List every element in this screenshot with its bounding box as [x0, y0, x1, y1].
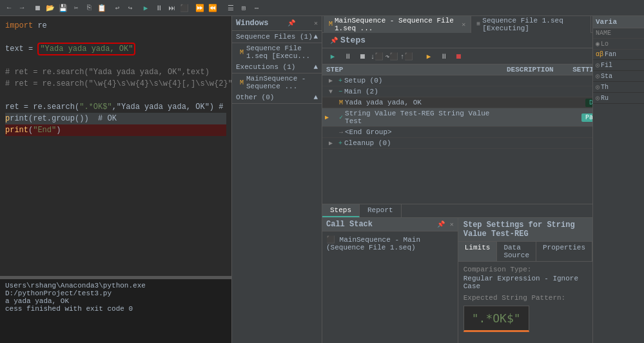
- steps-pause2[interactable]: ⏸: [437, 50, 450, 62]
- steps-step-over[interactable]: ↷⬛: [385, 50, 398, 62]
- tab-seq-close[interactable]: ✕: [462, 21, 465, 28]
- call-stack-header: Call Stack 📌 ✕: [322, 218, 458, 231]
- steps-pin[interactable]: 📌: [330, 37, 338, 44]
- toolbar-more2[interactable]: ⏪: [207, 2, 219, 14]
- step-setup[interactable]: ▶ + Setup (0): [322, 75, 592, 86]
- tab-seq-executing[interactable]: ≡ Sequence File 1.seq [Executing]: [471, 16, 591, 33]
- steps-run-main[interactable]: ▶: [422, 50, 435, 62]
- variables-header: Varia: [593, 16, 644, 28]
- steps-container: 📌 Steps ▶ ⏸ ⏹ ↓⬛ ↷⬛ ↑⬛ ▶ ⏸ ⏹ STE: [322, 33, 592, 217]
- step-main[interactable]: ▼ − Main (2): [322, 86, 592, 97]
- toolbar-pause[interactable]: ⏸: [153, 2, 164, 14]
- steps-list: ▶ + Setup (0) ▼ − Main (2): [322, 75, 592, 204]
- windows-title: Windows: [236, 19, 268, 28]
- step-main-name-cell: ▼ − Main (2): [326, 88, 507, 95]
- seq-file-icon: M: [240, 49, 244, 56]
- other-expand[interactable]: ▲: [313, 93, 318, 101]
- seq-files-section[interactable]: Sequence Files (1) ▲: [232, 31, 322, 43]
- terminal-status: cess finished with exit code 0: [5, 305, 226, 313]
- steps-run-btn[interactable]: ▶: [326, 50, 339, 62]
- toolbar-run[interactable]: ▶: [140, 2, 151, 14]
- toolbar-more3[interactable]: ⋯: [251, 2, 262, 14]
- center-panel: M MainSequence - Sequence File 1.seq ...…: [322, 16, 592, 343]
- var-item-fil: ◎ Fil: [593, 60, 644, 71]
- seq-file-item-1[interactable]: M Sequence File 1.seq [Execu...: [232, 43, 322, 61]
- toolbar-copy[interactable]: ⎘: [83, 2, 95, 14]
- var-item-th: ◎ Th: [593, 82, 644, 93]
- code-line-blank2: [5, 55, 226, 66]
- execution-item-1[interactable]: M MainSequence - Sequence ...: [232, 74, 322, 92]
- seq-files-expand[interactable]: ▲: [313, 33, 318, 41]
- step-svt-run-arrow: ▶: [325, 113, 329, 121]
- steps-step-out[interactable]: ↑⬛: [400, 50, 413, 62]
- code-content[interactable]: import re text = "Yada yada yada, OK" # …: [0, 16, 231, 276]
- tab-datasource[interactable]: Data Source: [497, 242, 536, 261]
- pattern-label: Expected String Pattern:: [463, 294, 587, 302]
- toolbar-list[interactable]: ☰: [225, 2, 237, 14]
- toolbar-more1[interactable]: ⏩: [194, 2, 206, 14]
- step-setup-icon: +: [338, 77, 342, 84]
- step-string-value-test[interactable]: ▶ ✓ String Value Test-REG String Value T…: [322, 108, 592, 127]
- call-item-1: ⬛ MainSequence - Main (Sequence File 1.s…: [326, 234, 454, 253]
- code-line-import: import re: [5, 20, 226, 32]
- toolbar-breakpoint[interactable]: ⬛: [179, 2, 190, 14]
- toolbar-open[interactable]: 📂: [44, 2, 56, 14]
- var-fans-label: Fan: [605, 51, 616, 58]
- windows-close[interactable]: ✕: [314, 19, 318, 27]
- toolbar-back[interactable]: ←: [3, 2, 15, 14]
- code-line-blank1: [5, 32, 226, 43]
- steps-step-into[interactable]: ↓⬛: [371, 50, 384, 62]
- tab-mainsequence-seq[interactable]: M MainSequence - Sequence File 1.seq ...…: [324, 16, 471, 33]
- step-yada-name-cell: M Yada yada yada, OK: [326, 99, 507, 106]
- var-fans-icon: αβ: [596, 51, 603, 58]
- toolbar-forward[interactable]: →: [16, 2, 28, 14]
- col-desc: DESCRIPTION: [503, 64, 558, 75]
- code-editor: import re text = "Yada yada yada, OK" # …: [0, 16, 232, 343]
- code-line-print-group: print(ret.group()) # OK: [5, 113, 226, 124]
- tab-report[interactable]: Report: [360, 204, 402, 217]
- step-setup-expand[interactable]: ▶: [329, 77, 337, 84]
- executions-section[interactable]: Executions (1) ▲: [232, 61, 322, 74]
- call-stack-title: Call Stack: [326, 220, 373, 229]
- step-main-expand[interactable]: ▼: [329, 88, 337, 95]
- var-item-fans: αβ Fan: [593, 50, 644, 60]
- step-yada[interactable]: M Yada yada yada, OK Done: [322, 97, 592, 108]
- var-ru-label: Ru: [601, 95, 609, 102]
- seq-files-label: Sequence Files (1): [236, 33, 313, 41]
- steps-stop-btn[interactable]: ⏹: [356, 50, 369, 62]
- step-cleanup-expand[interactable]: ▶: [329, 139, 337, 147]
- step-endgroup-name-cell: → <End Group>: [326, 128, 507, 136]
- call-stack-close[interactable]: ✕: [450, 220, 454, 228]
- toolbar-redo[interactable]: ↪: [124, 2, 136, 14]
- steps-bottom-tabs: Steps Report: [322, 204, 592, 217]
- toolbar-stop[interactable]: ⏹: [32, 2, 43, 14]
- toolbar-cut[interactable]: ✂: [70, 2, 82, 14]
- var-filter: ◉ Lo: [593, 39, 644, 50]
- var-item-ru: ◎ Ru: [593, 93, 644, 104]
- tab-limits[interactable]: Limits: [458, 242, 498, 261]
- comparison-type-label: Comparison Type:: [463, 266, 587, 273]
- other-section[interactable]: Other (0) ▲: [232, 92, 322, 104]
- call-stack-panel: Call Stack 📌 ✕ ⬛ MainSequence - Main (Se…: [322, 218, 458, 343]
- call-stack-pin[interactable]: 📌: [437, 220, 445, 228]
- var-fil-label: Fil: [601, 62, 612, 69]
- toolbar-save[interactable]: 💾: [57, 2, 69, 14]
- tab-properties[interactable]: Properties: [536, 242, 592, 261]
- executions-expand[interactable]: ▲: [313, 63, 318, 71]
- steps-stop2[interactable]: ⏹: [452, 50, 465, 62]
- toolbar-step[interactable]: ⏭: [166, 2, 177, 14]
- tab-steps[interactable]: Steps: [322, 204, 360, 217]
- step-yada-label: Yada yada yada, OK: [345, 99, 422, 106]
- windows-pin[interactable]: 📌: [288, 19, 295, 27]
- var-th-label: Th: [601, 84, 609, 91]
- toolbar-grid[interactable]: ⊞: [238, 2, 249, 14]
- toolbar-undo[interactable]: ↩: [112, 2, 123, 14]
- steps-title: Steps: [340, 35, 366, 45]
- steps-pause-btn[interactable]: ⏸: [341, 50, 354, 62]
- step-cleanup[interactable]: ▶ + Cleanup (0): [322, 138, 592, 149]
- step-end-group[interactable]: → <End Group>: [322, 127, 592, 138]
- toolbar-paste[interactable]: 📋: [96, 2, 108, 14]
- step-endgroup-label: <End Group>: [345, 128, 392, 136]
- step-settings-header: Step Settings for String Value Test-REG: [458, 218, 592, 242]
- bottom-half: Call Stack 📌 ✕ ⬛ MainSequence - Main (Se…: [322, 217, 592, 343]
